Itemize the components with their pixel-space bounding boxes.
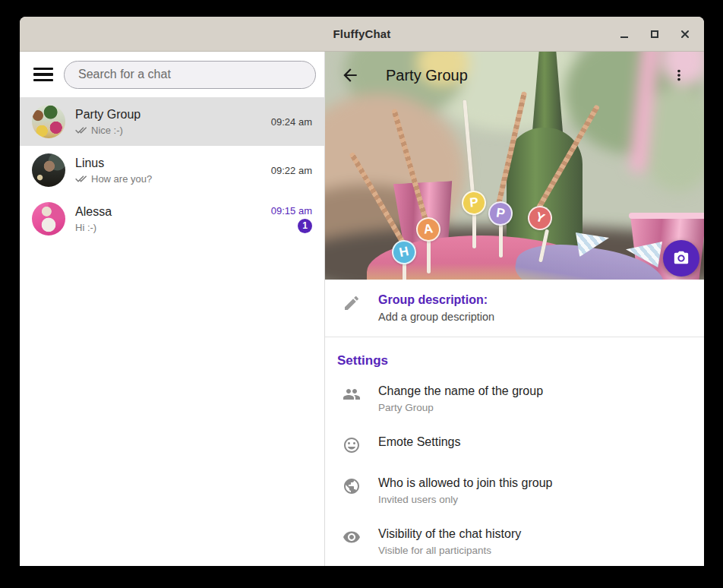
setting-subtitle: Party Group bbox=[378, 402, 543, 413]
chat-row-party-group[interactable]: Party Group Nice :-) 09:24 am bbox=[20, 97, 324, 146]
avatar bbox=[32, 202, 65, 236]
globe-icon bbox=[343, 477, 361, 495]
close-button[interactable] bbox=[675, 24, 695, 44]
back-button[interactable] bbox=[337, 62, 363, 88]
description-label: Group description: bbox=[378, 292, 494, 308]
setting-subtitle: Visible for all participants bbox=[378, 545, 521, 556]
avatar bbox=[32, 153, 65, 187]
maximize-button[interactable] bbox=[645, 24, 665, 44]
edit-pencil-icon bbox=[343, 294, 361, 312]
setting-title: Who is allowed to join this group bbox=[378, 476, 552, 491]
chat-time: 09:22 am bbox=[271, 165, 312, 176]
setting-title: Visibility of the chat history bbox=[378, 526, 521, 542]
emoji-smiley-icon bbox=[343, 436, 361, 454]
group-header-photo: H A P P Y Party Group bbox=[325, 52, 704, 280]
unread-badge: 1 bbox=[298, 219, 312, 233]
chat-name: Party Group bbox=[75, 107, 271, 122]
camera-icon bbox=[673, 250, 690, 267]
titlebar: FluffyChat bbox=[20, 17, 704, 52]
avatar bbox=[32, 105, 65, 138]
setting-title: Emote Settings bbox=[378, 435, 461, 450]
setting-title: Change the name of the group bbox=[378, 384, 543, 399]
chat-row-linus[interactable]: Linus How are you? 09:22 am bbox=[20, 146, 324, 194]
double-check-icon bbox=[75, 174, 87, 183]
eye-icon bbox=[343, 528, 361, 546]
hamburger-menu-icon[interactable] bbox=[33, 67, 53, 82]
setting-change-group-name[interactable]: Change the name of the group Party Group bbox=[325, 373, 704, 424]
group-detail-panel: H A P P Y Party Group bbox=[325, 52, 704, 566]
app-window: FluffyChat bbox=[20, 17, 704, 566]
settings-header: Settings bbox=[325, 337, 704, 373]
detail-title: Party Group bbox=[386, 67, 468, 84]
setting-join-permission[interactable]: Who is allowed to join this group Invite… bbox=[325, 465, 704, 516]
chat-last-message: Hi :-) bbox=[75, 222, 96, 233]
group-description-item[interactable]: Group description: Add a group descripti… bbox=[325, 280, 704, 337]
search-input[interactable] bbox=[64, 61, 316, 89]
chat-row-alessa[interactable]: Alessa Hi :-) 09:15 am 1 bbox=[20, 194, 324, 243]
chat-time: 09:15 am bbox=[271, 205, 312, 217]
chat-name: Alessa bbox=[75, 204, 271, 219]
window-title: FluffyChat bbox=[20, 17, 704, 51]
change-photo-button[interactable] bbox=[663, 240, 699, 277]
double-check-icon bbox=[75, 125, 87, 134]
chat-list-panel: Party Group Nice :-) 09:24 am Linus bbox=[20, 52, 325, 566]
more-options-button[interactable] bbox=[666, 62, 692, 88]
chat-time: 09:24 am bbox=[271, 116, 312, 128]
window-controls bbox=[614, 17, 695, 51]
chat-name: Linus bbox=[75, 156, 271, 170]
setting-subtitle: Invited users only bbox=[378, 494, 552, 505]
search-row bbox=[20, 52, 324, 97]
minimize-button[interactable] bbox=[614, 24, 634, 44]
detail-appbar: Party Group bbox=[325, 52, 704, 99]
description-value: Add a group description bbox=[378, 311, 494, 323]
setting-emote-settings[interactable]: Emote Settings bbox=[325, 424, 704, 465]
group-people-icon bbox=[343, 385, 361, 403]
setting-history-visibility[interactable]: Visibility of the chat history Visible f… bbox=[325, 516, 704, 566]
chat-last-message: Nice :-) bbox=[91, 125, 123, 136]
chat-last-message: How are you? bbox=[91, 173, 152, 185]
